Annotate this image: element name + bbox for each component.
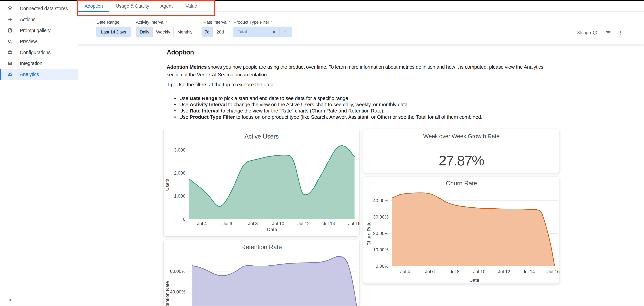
- svg-text:Active Users: Active Users: [244, 133, 279, 140]
- svg-text:Date: Date: [267, 227, 277, 232]
- svg-text:Jul 8: Jul 8: [248, 221, 258, 226]
- svg-text:40.00%: 40.00%: [373, 198, 388, 203]
- svg-text:1,000: 1,000: [174, 193, 186, 199]
- svg-text:Jul 12: Jul 12: [498, 269, 510, 274]
- svg-text:Date: Date: [469, 278, 479, 283]
- svg-text:Jul 4: Jul 4: [400, 269, 410, 274]
- svg-text:2,000: 2,000: [174, 170, 186, 175]
- svg-text:Jul 14: Jul 14: [523, 269, 535, 274]
- svg-text:Jul 6: Jul 6: [425, 269, 435, 274]
- svg-text:Users: Users: [165, 178, 170, 191]
- svg-text:60.00%: 60.00%: [170, 269, 186, 274]
- svg-text:Retention Rate: Retention Rate: [241, 244, 282, 251]
- svg-text:Retention Rate: Retention Rate: [165, 281, 170, 306]
- svg-text:Jul 6: Jul 6: [222, 221, 232, 226]
- svg-text:Jul 4: Jul 4: [197, 221, 207, 226]
- svg-text:10.00%: 10.00%: [373, 247, 388, 252]
- svg-text:20.00%: 20.00%: [373, 231, 388, 236]
- svg-text:30.00%: 30.00%: [373, 214, 388, 220]
- svg-text:3,000: 3,000: [174, 148, 186, 153]
- svg-text:Jul 10: Jul 10: [272, 221, 284, 226]
- svg-text:Jul 10: Jul 10: [473, 269, 486, 274]
- svg-text:0.00%: 0.00%: [376, 264, 388, 269]
- svg-text:Churn Rate: Churn Rate: [366, 221, 372, 245]
- svg-text:0: 0: [183, 217, 186, 222]
- svg-text:Churn Rate: Churn Rate: [446, 180, 477, 187]
- svg-text:Jul 8: Jul 8: [450, 269, 459, 274]
- svg-text:Jul 12: Jul 12: [298, 221, 310, 226]
- svg-text:40.00%: 40.00%: [170, 290, 186, 295]
- svg-text:Jul 14: Jul 14: [323, 221, 335, 226]
- svg-text:Jul 16: Jul 16: [348, 221, 360, 226]
- svg-text:Jul 16: Jul 16: [548, 269, 560, 274]
